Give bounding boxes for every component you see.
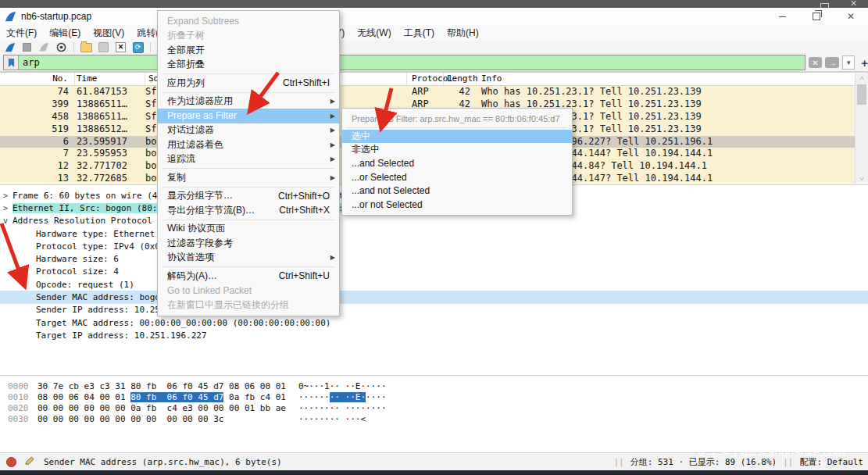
bottom-dark-strip	[0, 470, 868, 475]
save-file-icon	[97, 41, 110, 53]
menu-item[interactable]: 视图(V)	[87, 27, 130, 40]
menu-item[interactable]: 工具(T)	[398, 27, 441, 40]
status-bar: Sender MAC address (arp.src.hw_mac), 6 b…	[0, 452, 868, 470]
filter-dropdown-icon[interactable]: ▼	[842, 55, 855, 70]
reload-file-icon[interactable]: ⟳	[131, 41, 145, 53]
capture-comment-icon[interactable]	[24, 456, 34, 468]
context-menu-item[interactable]: 全部折叠	[158, 58, 339, 73]
column-header[interactable]: Time	[75, 73, 145, 85]
hex-row[interactable]: 002000 00 00 00 00 00 0a fb c4 e3 00 00 …	[0, 403, 868, 414]
wireshark-logo-icon	[5, 11, 16, 23]
detail-line[interactable]: Target MAC address: 00:00:00_00:00:00 (0…	[0, 316, 868, 329]
column-header[interactable]: Info	[477, 73, 868, 85]
context-menu-item[interactable]: 全部展开	[158, 43, 339, 58]
display-filter-input[interactable]: arp	[3, 55, 805, 70]
menu-item[interactable]: 编辑(E)	[43, 27, 87, 40]
detail-line[interactable]: Sender IP address: 10.251.196.1	[0, 304, 868, 316]
packet-count-info: 分组: 531 · 已显示: 89 (16.8%)	[630, 456, 777, 468]
window-title: nb6-startup.pcap	[21, 11, 91, 22]
context-menu: Expand Subtrees折叠子树全部展开全部折叠应用为列Ctrl+Shif…	[157, 10, 340, 316]
prepare-as-filter-submenu: Prepare as Filter: arp.src.hw_mac == 80:…	[341, 108, 573, 216]
scroll-thumb[interactable]	[857, 84, 866, 105]
scroll-up-icon[interactable]: ˄	[855, 74, 868, 82]
detail-line[interactable]: Hardware type: Ethernet (1)	[0, 227, 868, 240]
stop-capture-icon	[20, 41, 34, 53]
detail-line[interactable]: Opcode: request (1)	[0, 278, 868, 291]
expander-icon[interactable]: >	[3, 204, 13, 212]
context-menu-item: Expand Subtrees	[158, 14, 339, 29]
menu-separator	[163, 266, 334, 267]
detail-line[interactable]: Hardware size: 6	[0, 252, 868, 265]
context-menu-item[interactable]: 协议首选项▶	[158, 251, 339, 266]
filter-add-button[interactable]: +	[861, 56, 868, 70]
background-window-strip: ✕	[0, 0, 868, 8]
minimize-button[interactable]	[765, 8, 799, 25]
hex-row[interactable]: 001008 00 06 04 00 01 80 fb 06 f0 45 d7 …	[0, 392, 868, 403]
hex-offset: 0010	[8, 392, 38, 403]
close-button[interactable]: ✕	[834, 8, 868, 25]
context-menu-item[interactable]: 显示分组字节…Ctrl+Shift+O	[158, 189, 339, 204]
submenu-item[interactable]: ...or not Selected	[342, 198, 572, 212]
expert-info-icon[interactable]	[6, 457, 16, 467]
menu-bar: 文件(F)编辑(E)视图(V)跳转(G)捕获(C)分析(A)统计(S)电话(Y)…	[0, 25, 868, 41]
hex-row[interactable]: 000030 7e cb e3 c3 31 80 fb 06 f0 45 d7 …	[0, 381, 868, 392]
capture-options-icon[interactable]	[55, 41, 68, 53]
menu-separator	[163, 187, 334, 188]
column-header[interactable]: No.	[0, 73, 75, 85]
filter-bookmark-icon[interactable]	[4, 55, 19, 70]
restore-button[interactable]	[799, 8, 834, 25]
hex-offset: 0000	[8, 381, 38, 392]
start-capture-icon[interactable]	[3, 41, 16, 53]
profile-info[interactable]: 配置: Default	[799, 456, 863, 468]
detail-line[interactable]: Sender MAC address: bogon (80:fb:06:f0:4…	[0, 291, 868, 303]
filter-clear-icon[interactable]: ✕	[809, 57, 823, 68]
menu-item[interactable]: 文件(F)	[0, 27, 43, 40]
menu-separator	[347, 127, 567, 128]
menu-item[interactable]: 无线(W)	[351, 27, 397, 40]
packet-list-scrollbar[interactable]: ˄ ˅	[855, 73, 868, 184]
context-menu-item[interactable]: Prepare as Filter▶	[158, 109, 339, 123]
shortcut-label: Ctrl+Shift+X	[271, 205, 330, 216]
submenu-item[interactable]: 选中	[342, 130, 572, 144]
context-menu-item: Go to Linked Packet	[158, 284, 339, 298]
context-menu-item: 在新窗口中显示已链接的分组	[158, 298, 339, 312]
context-menu-item[interactable]: 作为过滤器应用▶	[158, 95, 339, 109]
context-menu-item[interactable]: 过滤器字段参考	[158, 236, 339, 251]
detail-line[interactable]: vAddress Resolution Protocol (request)	[0, 215, 868, 227]
column-header[interactable]: Protocol	[407, 73, 444, 85]
column-header[interactable]: Length	[444, 73, 477, 85]
scroll-down-icon[interactable]: ˅	[855, 175, 868, 183]
close-file-icon[interactable]: ✕	[114, 41, 127, 53]
submenu-item[interactable]: ...and Selected	[342, 157, 572, 171]
expander-icon[interactable]: >	[3, 191, 13, 200]
detail-line[interactable]: Protocol size: 4	[0, 266, 868, 278]
filter-value: arp	[19, 57, 40, 68]
submenu-arrow-icon: ▶	[330, 155, 335, 162]
menu-separator	[163, 92, 334, 93]
submenu-header: Prepare as Filter: arp.src.hw_mac == 80:…	[342, 112, 572, 126]
context-menu-item[interactable]: 导出分组字节流(B)…Ctrl+Shift+X	[158, 203, 339, 218]
submenu-item[interactable]: 非选中	[342, 143, 572, 157]
filter-bar: arp ✕ → ▼ +	[0, 54, 868, 72]
context-menu-item[interactable]: 用过滤器着色▶	[158, 138, 339, 152]
context-menu-item[interactable]: 应用为列Ctrl+Shift+I	[158, 76, 339, 91]
menu-separator	[163, 73, 334, 74]
context-menu-item[interactable]: 解码为(A)…Ctrl+Shift+U	[158, 269, 339, 284]
hex-dump-pane: 000030 7e cb e3 c3 31 80 fb 06 f0 45 d7 …	[0, 375, 868, 452]
expander-icon[interactable]: v	[3, 216, 13, 225]
menu-separator	[163, 168, 334, 169]
filter-apply-icon[interactable]: →	[825, 57, 839, 68]
menu-item[interactable]: 帮助(H)	[441, 27, 485, 40]
detail-line[interactable]: Target IP address: 10.251.196.227	[0, 329, 868, 341]
context-menu-item[interactable]: 对话过滤器▶	[158, 123, 339, 138]
submenu-item[interactable]: ...or Selected	[342, 170, 572, 184]
context-menu-item[interactable]: 追踪流▶	[158, 152, 339, 167]
detail-line[interactable]: Protocol type: IPv4 (0x0800)	[0, 240, 868, 252]
context-menu-item[interactable]: Wiki 协议页面	[158, 222, 339, 237]
packet-row[interactable]: 7461.847153Sfr_18:c2:7ARP42Who has 10.25…	[0, 86, 868, 98]
open-file-icon[interactable]	[80, 41, 93, 53]
restart-capture-icon	[38, 41, 51, 53]
context-menu-item[interactable]: 复制▶	[158, 170, 339, 185]
submenu-item[interactable]: ...and not Selected	[342, 184, 572, 198]
hex-row[interactable]: 003000 00 00 00 00 00 00 00 00 00 00 3c·…	[0, 414, 868, 425]
